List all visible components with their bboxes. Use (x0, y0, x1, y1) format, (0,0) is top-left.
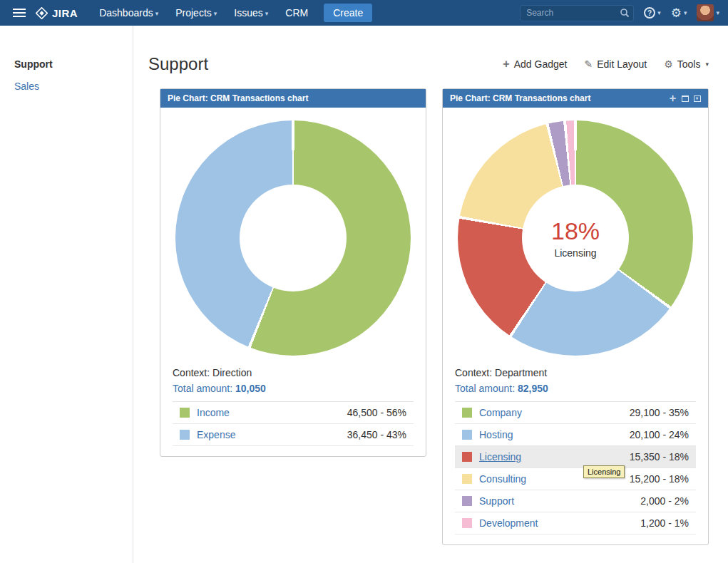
plus-icon: + (503, 58, 509, 70)
legend-swatch (180, 430, 190, 440)
total-amount-value: 82,950 (518, 383, 548, 394)
nav-item-crm[interactable]: CRM (277, 0, 317, 26)
total-amount-value: 10,050 (235, 383, 266, 394)
chevron-down-icon: ▾ (716, 9, 719, 16)
legend-swatch (462, 518, 472, 528)
gadget-header[interactable]: Pie Chart: CRM Transactions chart (160, 89, 426, 108)
legend-row[interactable]: Support2,000 - 2% (455, 490, 696, 512)
hover-tooltip: Licensing (583, 465, 625, 478)
gadget-pie-chart-department: Pie Chart: CRM Transactions chart ✛ ▾ 18… (442, 88, 709, 545)
chevron-down-icon: ▾ (155, 10, 159, 17)
donut-hole: 18% Licensing (522, 185, 629, 291)
legend-value: 2,000 - 2% (640, 495, 689, 507)
legend-row[interactable]: Expense36,450 - 43% (173, 424, 414, 446)
sidebar-item-sales[interactable]: Sales (14, 81, 133, 92)
chevron-down-icon: ▾ (657, 9, 661, 16)
legend-label-link[interactable]: Expense (197, 429, 347, 440)
nav-item-projects[interactable]: Projects▾ (167, 0, 225, 26)
legend: Income46,500 - 56%Expense36,450 - 43% (173, 401, 414, 446)
legend-row[interactable]: Development1,200 - 1% (455, 512, 696, 534)
chart-total: Total amount: 82,950 (455, 383, 696, 394)
legend-label-link[interactable]: Development (479, 517, 640, 529)
dashboard-content: Support + Add Gadget ✎ Edit Layout ⚙ Too… (133, 26, 728, 563)
legend: Company29,100 - 35%Hosting20,100 - 24%Li… (455, 401, 696, 534)
brand-name: JIRA (52, 7, 78, 19)
legend-swatch (462, 408, 472, 418)
chart-total: Total amount: 10,050 (173, 383, 414, 394)
search-icon[interactable] (620, 8, 630, 18)
legend-row[interactable]: Income46,500 - 56% (173, 402, 414, 424)
chevron-down-icon: ▾ (684, 9, 687, 16)
jira-logo-icon (36, 7, 48, 19)
donut-chart[interactable] (175, 120, 411, 356)
application-window: JIRA Dashboards▾ Projects▾ Issues▾ CRM C… (0, 0, 728, 563)
search-input[interactable] (520, 5, 634, 21)
edit-layout-button[interactable]: ✎ Edit Layout (584, 58, 647, 70)
legend-value: 29,100 - 35% (630, 407, 689, 418)
create-button[interactable]: Create (324, 4, 372, 22)
legend-row[interactable]: Hosting20,100 - 24% (455, 424, 696, 446)
chevron-down-icon: ▾ (214, 10, 217, 17)
gadget-header[interactable]: Pie Chart: CRM Transactions chart ✛ ▾ (443, 89, 708, 108)
legend-row[interactable]: Licensing15,350 - 18% (455, 446, 696, 468)
page-title: Support (148, 54, 208, 74)
legend-swatch (462, 452, 472, 462)
legend-swatch (462, 474, 472, 484)
tools-button[interactable]: ⚙ Tools ▾ (664, 58, 709, 70)
legend-swatch (180, 408, 190, 418)
pencil-icon: ✎ (584, 58, 593, 70)
legend-label-link[interactable]: Hosting (479, 429, 630, 440)
nav-item-dashboards[interactable]: Dashboards▾ (91, 0, 167, 26)
legend-row[interactable]: Consulting15,200 - 18% (455, 468, 696, 490)
gadget-menu-icon[interactable]: ▾ (693, 95, 701, 103)
hamburger-menu-icon[interactable] (13, 9, 26, 17)
dashboard-sidebar: Support Sales (0, 26, 133, 563)
move-gadget-icon[interactable]: ✛ (669, 95, 677, 103)
gear-icon: ⚙ (671, 7, 682, 19)
legend-value: 1,200 - 1% (640, 517, 689, 529)
legend-value: 15,200 - 18% (630, 473, 689, 485)
gear-icon: ⚙ (664, 58, 673, 70)
help-icon: ? (644, 7, 655, 19)
nav-item-issues[interactable]: Issues▾ (225, 0, 277, 26)
legend-label-link[interactable]: Company (479, 407, 630, 418)
legend-label-link[interactable]: Licensing (479, 451, 630, 463)
sidebar-item-support[interactable]: Support (14, 58, 133, 70)
legend-label-link[interactable]: Support (479, 495, 640, 507)
legend-value: 46,500 - 56% (347, 407, 406, 418)
legend-label-link[interactable]: Income (197, 407, 347, 418)
legend-swatch (462, 496, 472, 506)
legend-row[interactable]: Company29,100 - 35% (455, 402, 696, 424)
help-menu[interactable]: ? ▾ (644, 7, 661, 19)
legend-value: 20,100 - 24% (630, 429, 689, 440)
chevron-down-icon: ▾ (705, 61, 709, 68)
avatar (697, 4, 714, 21)
gadget-pie-chart-direction: Pie Chart: CRM Transactions chart Contex… (160, 88, 426, 457)
jira-logo[interactable]: JIRA (36, 7, 78, 19)
gadget-title: Pie Chart: CRM Transactions chart (168, 93, 308, 103)
chevron-down-icon: ▾ (265, 10, 269, 17)
maximize-gadget-icon[interactable] (681, 95, 689, 103)
center-label: Licensing (554, 247, 596, 259)
chart-context: Context: Direction (173, 367, 414, 378)
donut-hole (240, 185, 347, 291)
legend-value: 15,350 - 18% (630, 451, 689, 463)
donut-chart[interactable]: 18% Licensing (458, 120, 693, 356)
legend-value: 36,450 - 43% (347, 429, 406, 440)
chart-context: Context: Department (455, 367, 696, 378)
legend-swatch (462, 430, 472, 440)
admin-settings-menu[interactable]: ⚙ ▾ (671, 7, 687, 19)
center-percentage: 18% (551, 217, 600, 245)
gadget-title: Pie Chart: CRM Transactions chart (450, 93, 590, 103)
top-navigation-bar: JIRA Dashboards▾ Projects▾ Issues▾ CRM C… (0, 0, 728, 26)
user-profile-menu[interactable]: ▾ (697, 4, 719, 21)
add-gadget-button[interactable]: + Add Gadget (503, 58, 567, 70)
